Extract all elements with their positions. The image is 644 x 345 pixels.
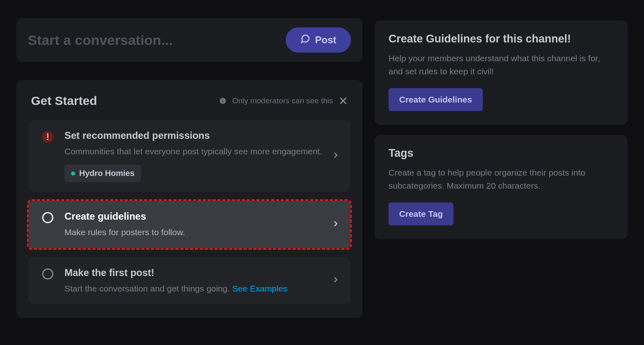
guidelines-panel: Create Guidelines for this channel! Help…	[375, 20, 628, 125]
guidelines-panel-desc: Help your members understand what this c…	[389, 52, 614, 78]
close-icon[interactable]	[339, 96, 348, 105]
step-list: Set recommended permissions Communities …	[29, 120, 350, 304]
post-button-label: Post	[315, 34, 336, 46]
step-title: Create guidelines	[64, 211, 339, 222]
chevron-right-icon	[331, 220, 340, 229]
alert-icon	[40, 130, 56, 143]
moderator-note-text: Only moderators can see this	[232, 96, 333, 105]
chat-bubble-icon	[300, 34, 310, 46]
tags-panel-desc: Create a tag to help people organize the…	[389, 166, 614, 192]
role-pill[interactable]: Hydro Homies	[64, 165, 141, 182]
get-started-title: Get Started	[31, 94, 97, 108]
step-desc: Make rules for posters to follow.	[64, 226, 339, 238]
role-color-dot	[71, 171, 75, 176]
svg-point-4	[47, 139, 49, 140]
svg-rect-1	[222, 100, 223, 102]
step-body: Make the first post! Start the conversat…	[64, 267, 339, 294]
role-name: Hydro Homies	[79, 169, 135, 178]
page-root: Start a conversation... Post Get Started…	[0, 0, 644, 334]
get-started-header: Get Started Only moderators can see this	[29, 94, 350, 108]
step-body: Create guidelines Make rules for posters…	[64, 211, 339, 238]
side-column: Create Guidelines for this channel! Help…	[375, 18, 628, 318]
chevron-right-icon	[331, 151, 340, 161]
moderator-note: Only moderators can see this	[219, 96, 348, 105]
step-desc: Communities that let everyone post typic…	[64, 145, 339, 157]
step-title: Make the first post!	[64, 267, 339, 278]
step-create-guidelines[interactable]: Create guidelines Make rules for posters…	[29, 201, 350, 248]
tags-panel: Tags Create a tag to help people organiz…	[375, 135, 628, 239]
create-guidelines-button[interactable]: Create Guidelines	[389, 88, 483, 111]
create-tag-button[interactable]: Create Tag	[389, 203, 453, 225]
get-started-card: Get Started Only moderators can see this	[16, 80, 362, 318]
svg-point-6	[43, 269, 53, 279]
main-column: Start a conversation... Post Get Started…	[16, 18, 362, 318]
step-desc: Start the conversation and get things go…	[64, 283, 339, 294]
start-conversation-bar[interactable]: Start a conversation... Post	[16, 18, 362, 62]
post-button[interactable]: Post	[286, 27, 351, 53]
see-examples-link[interactable]: See Examples	[232, 284, 287, 293]
svg-rect-2	[222, 99, 223, 100]
step-title: Set recommended permissions	[64, 130, 339, 141]
start-conversation-placeholder: Start a conversation...	[28, 32, 173, 48]
step-desc-text: Start the conversation and get things go…	[64, 284, 232, 293]
step-body: Set recommended permissions Communities …	[64, 130, 339, 182]
empty-circle-icon	[40, 267, 56, 280]
step-make-first-post[interactable]: Make the first post! Start the conversat…	[29, 257, 350, 304]
tags-panel-title: Tags	[389, 147, 614, 160]
empty-circle-icon	[40, 211, 56, 224]
guidelines-panel-title: Create Guidelines for this channel!	[389, 33, 614, 45]
step-set-permissions[interactable]: Set recommended permissions Communities …	[29, 120, 350, 192]
svg-point-5	[43, 213, 53, 223]
info-icon	[219, 97, 227, 105]
chevron-right-icon	[331, 276, 340, 285]
